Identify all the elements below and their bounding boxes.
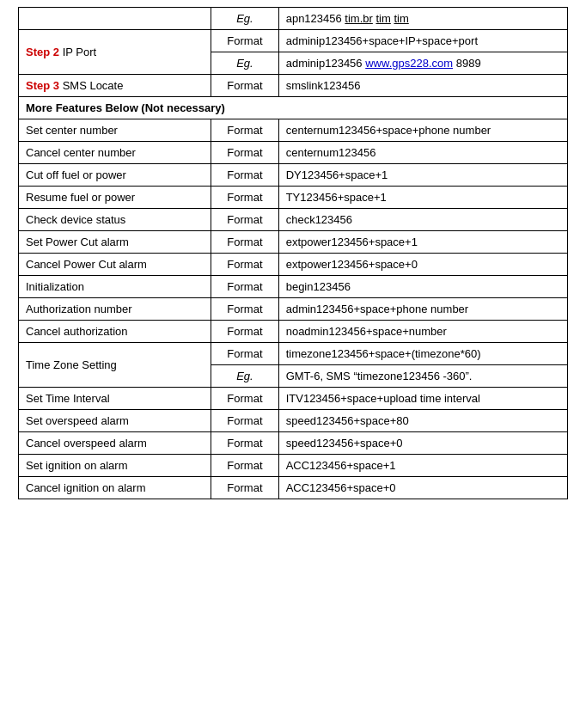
cell-feature: Set center number — [19, 119, 211, 142]
step2-label: Step 2 — [26, 46, 59, 58]
cell-value: centernum123456+space+phone number — [278, 119, 567, 142]
cell-format: Format — [211, 231, 278, 254]
link-timbr[interactable]: tim.br — [345, 12, 373, 25]
cell-value: check123456 — [278, 209, 567, 231]
cell-feature: Cancel overspeed alarm — [19, 432, 211, 455]
cell-format: Format — [211, 432, 278, 455]
cell-format: Format — [211, 119, 278, 142]
cell-format: Format — [211, 455, 278, 477]
table-row: Cancel overspeed alarm Format speed12345… — [19, 432, 568, 455]
table-row: Eg. apn123456 tim.br tim tim — [19, 8, 568, 30]
cell-feature: Set ignition on alarm — [19, 455, 211, 477]
cell-format: Format — [211, 343, 278, 365]
cell-value: TY123456+space+1 — [278, 187, 567, 209]
table-row: Cut off fuel or power Format DY123456+sp… — [19, 164, 568, 187]
table-row-step3: Step 3 SMS Locate Format smslink123456 — [19, 75, 568, 97]
cell-format: Format — [211, 254, 278, 276]
main-table: Eg. apn123456 tim.br tim tim Step 2 IP P… — [18, 7, 568, 499]
cell-value: adminip123456 www.gps228.com 8989 — [278, 52, 567, 75]
cell-feature: Set Time Interval — [19, 388, 211, 410]
table-row: Authorization number Format admin123456+… — [19, 298, 568, 321]
table-row-step2: Step 2 IP Port Format adminip123456+spac… — [19, 30, 568, 52]
cell-format: Format — [211, 276, 278, 298]
cell-value: apn123456 tim.br tim tim — [278, 8, 567, 30]
cell-step3: Step 3 SMS Locate — [19, 75, 211, 97]
table-row: Set Time Interval Format ITV123456+space… — [19, 388, 568, 410]
cell-format: Format — [211, 321, 278, 343]
cell-format: Format — [211, 477, 278, 499]
cell-value: admin123456+space+phone number — [278, 298, 567, 321]
cell-format: Format — [211, 209, 278, 231]
cell-format: Format — [211, 30, 278, 52]
table-row-header: More Features Below (Not necessary) — [19, 97, 568, 119]
cell-format: Format — [211, 388, 278, 410]
cell-timezone: Time Zone Setting — [19, 343, 211, 388]
link-tim1[interactable]: tim — [375, 12, 390, 25]
cell-feature: Resume fuel or power — [19, 187, 211, 209]
cell-value: smslink123456 — [278, 75, 567, 97]
cell-format: Format — [211, 164, 278, 187]
table-row: Cancel ignition on alarm Format ACC12345… — [19, 477, 568, 499]
cell-value: ACC123456+space+1 — [278, 455, 567, 477]
table-row: Set center number Format centernum123456… — [19, 119, 568, 142]
cell-value: centernum123456 — [278, 142, 567, 164]
table-row-timezone1: Time Zone Setting Format timezone123456+… — [19, 343, 568, 365]
cell-feature: Cancel authorization — [19, 321, 211, 343]
cell-format: Format — [211, 75, 278, 97]
more-features-header: More Features Below (Not necessary) — [19, 97, 568, 119]
cell-value: speed123456+space+0 — [278, 432, 567, 455]
cell-format: Format — [211, 298, 278, 321]
cell-value: speed123456+space+80 — [278, 410, 567, 432]
step3-label: Step 3 — [26, 79, 59, 92]
cell-format: Format — [211, 410, 278, 432]
cell-feature: Cancel Power Cut alarm — [19, 254, 211, 276]
cell-feature: Check device status — [19, 209, 211, 231]
cell-feature: Set overspeed alarm — [19, 410, 211, 432]
table-row: Cancel authorization Format noadmin12345… — [19, 321, 568, 343]
link-tim2[interactable]: tim — [394, 12, 408, 25]
cell-feature: Cancel center number — [19, 142, 211, 164]
cell-eg: Eg. — [211, 52, 278, 75]
cell-value: extpower123456+space+1 — [278, 231, 567, 254]
table-row: Set ignition on alarm Format ACC123456+s… — [19, 455, 568, 477]
table-row: Resume fuel or power Format TY123456+spa… — [19, 187, 568, 209]
cell-value: timezone123456+space+(timezone*60) — [278, 343, 567, 365]
link-gps228[interactable]: www.gps228.com — [365, 57, 453, 70]
cell-format: Eg. — [211, 8, 278, 30]
cell-step2: Step 2 IP Port — [19, 30, 211, 75]
table-row: Check device status Format check123456 — [19, 209, 568, 231]
table-row: Cancel center number Format centernum123… — [19, 142, 568, 164]
cell-value: DY123456+space+1 — [278, 164, 567, 187]
cell-feature: Cancel ignition on alarm — [19, 477, 211, 499]
cell-format: Format — [211, 142, 278, 164]
cell-value: ITV123456+space+upload time interval — [278, 388, 567, 410]
cell-feature: Set Power Cut alarm — [19, 231, 211, 254]
table-row: Initialization Format begin123456 — [19, 276, 568, 298]
cell-feature: Initialization — [19, 276, 211, 298]
cell-feature — [19, 8, 211, 30]
step3-text: SMS Locate — [59, 79, 123, 92]
cell-feature: Authorization number — [19, 298, 211, 321]
cell-value: begin123456 — [278, 276, 567, 298]
cell-value: adminip123456+space+IP+space+port — [278, 30, 567, 52]
cell-value: ACC123456+space+0 — [278, 477, 567, 499]
cell-value: extpower123456+space+0 — [278, 254, 567, 276]
table-row: Set overspeed alarm Format speed123456+s… — [19, 410, 568, 432]
cell-feature: Cut off fuel or power — [19, 164, 211, 187]
table-row: Cancel Power Cut alarm Format extpower12… — [19, 254, 568, 276]
cell-format: Format — [211, 187, 278, 209]
cell-eg: Eg. — [211, 365, 278, 388]
cell-value: GMT-6, SMS “timezone123456 -360”. — [278, 365, 567, 388]
table-row: Set Power Cut alarm Format extpower12345… — [19, 231, 568, 254]
cell-value: noadmin123456+space+number — [278, 321, 567, 343]
step2-text: IP Port — [59, 46, 96, 58]
